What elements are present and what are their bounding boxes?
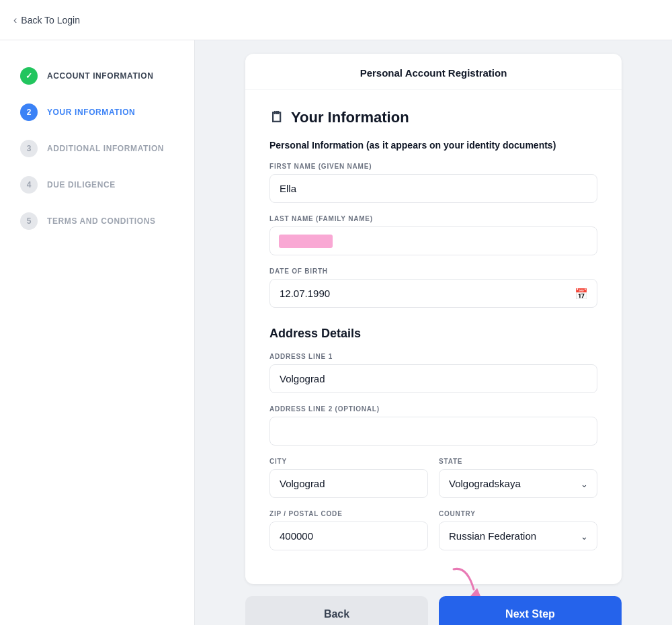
dob-label: DATE OF BIRTH (269, 267, 597, 275)
next-step-button[interactable]: Next Step (439, 596, 622, 625)
step-circle-your-info: 2 (20, 103, 38, 121)
sidebar-item-terms-conditions[interactable]: 5 TERMS AND CONDITIONS (20, 212, 174, 230)
content-area: Personal Account Registration 🗒 Your Inf… (195, 40, 672, 625)
state-label: STATE (439, 458, 597, 465)
card-body: 🗒 Your Information Personal Information … (245, 90, 622, 584)
sidebar-label-terms-conditions: TERMS AND CONDITIONS (47, 216, 156, 226)
card-header: Personal Account Registration (245, 54, 622, 90)
city-label: CITY (269, 458, 428, 465)
city-state-row: CITY STATE Volgogradskaya Moscow Oblast … (269, 458, 597, 510)
first-name-group: FIRST NAME (GIVEN NAME) (269, 163, 597, 203)
address-section-title: Address Details (269, 327, 597, 341)
sidebar-item-your-information[interactable]: 2 YOUR INFORMATION (20, 103, 174, 121)
zip-group: ZIP / POSTAL CODE (269, 510, 428, 550)
sidebar: ✓ ACCOUNT INFORMATION 2 YOUR INFORMATION… (0, 40, 195, 625)
last-name-label: LAST NAME (FAMILY NAME) (269, 215, 597, 222)
step-circle-due-diligence: 4 (20, 176, 38, 194)
dob-input[interactable] (269, 279, 597, 308)
section-icon: 🗒 (269, 109, 284, 126)
main-layout: ✓ ACCOUNT INFORMATION 2 YOUR INFORMATION… (0, 40, 672, 625)
address1-input[interactable] (269, 364, 597, 393)
section-title-text: Your Information (291, 109, 409, 126)
country-group: COUNTRY Russian Federation United States… (439, 510, 597, 550)
svg-marker-0 (470, 588, 480, 596)
state-select[interactable]: Volgogradskaya Moscow Oblast Leningrad O… (439, 469, 597, 498)
sidebar-item-additional-information[interactable]: 3 ADDITIONAL INFORMATION (20, 140, 174, 157)
sidebar-label-additional-information: ADDITIONAL INFORMATION (47, 144, 164, 153)
sidebar-label-your-information: YOUR INFORMATION (47, 108, 135, 117)
city-group: CITY (269, 458, 428, 498)
back-button[interactable]: Back (245, 596, 428, 625)
back-to-login-label: Back To Login (21, 15, 80, 26)
bottom-actions: Back Next Step (245, 596, 622, 625)
zip-input[interactable] (269, 522, 428, 550)
step-circle-additional: 3 (20, 140, 38, 157)
zip-label: ZIP / POSTAL CODE (269, 510, 428, 517)
back-arrow-icon: ‹ (13, 14, 17, 26)
sidebar-label-account-information: ACCOUNT INFORMATION (47, 71, 154, 81)
sidebar-item-account-information[interactable]: ✓ ACCOUNT INFORMATION (20, 67, 174, 85)
dob-input-wrapper: 📅 (269, 279, 597, 308)
section-title: 🗒 Your Information (269, 109, 597, 126)
sidebar-label-due-diligence: DUE DILIGENCE (47, 180, 116, 190)
top-bar: ‹ Back To Login (0, 0, 672, 40)
first-name-input[interactable] (269, 174, 597, 203)
state-group: STATE Volgogradskaya Moscow Oblast Lenin… (439, 458, 597, 498)
address1-group: ADDRESS LINE 1 (269, 353, 597, 393)
address2-label: ADDRESS LINE 2 (OPTIONAL) (269, 405, 597, 413)
city-input[interactable] (269, 469, 428, 498)
step-circle-terms: 5 (20, 212, 38, 230)
dob-group: DATE OF BIRTH 📅 (269, 267, 597, 308)
address1-label: ADDRESS LINE 1 (269, 353, 597, 360)
last-name-group: LAST NAME (FAMILY NAME) (269, 215, 597, 255)
state-select-wrapper: Volgogradskaya Moscow Oblast Leningrad O… (439, 469, 597, 498)
card-header-title: Personal Account Registration (360, 67, 507, 79)
back-to-login-link[interactable]: ‹ Back To Login (13, 14, 80, 26)
last-name-input[interactable] (269, 226, 597, 255)
sidebar-item-due-diligence[interactable]: 4 DUE DILIGENCE (20, 176, 174, 194)
country-label: COUNTRY (439, 510, 597, 517)
zip-country-row: ZIP / POSTAL CODE COUNTRY Russian Federa… (269, 510, 597, 562)
address2-input[interactable] (269, 417, 597, 446)
form-card: Personal Account Registration 🗒 Your Inf… (245, 54, 622, 584)
address2-group: ADDRESS LINE 2 (OPTIONAL) (269, 405, 597, 446)
country-select-wrapper: Russian Federation United States Germany… (439, 522, 597, 550)
step-circle-account: ✓ (20, 67, 38, 85)
country-select[interactable]: Russian Federation United States Germany… (439, 522, 597, 550)
first-name-label: FIRST NAME (GIVEN NAME) (269, 163, 597, 170)
personal-info-subtitle: Personal Information (as it appears on y… (269, 140, 597, 151)
